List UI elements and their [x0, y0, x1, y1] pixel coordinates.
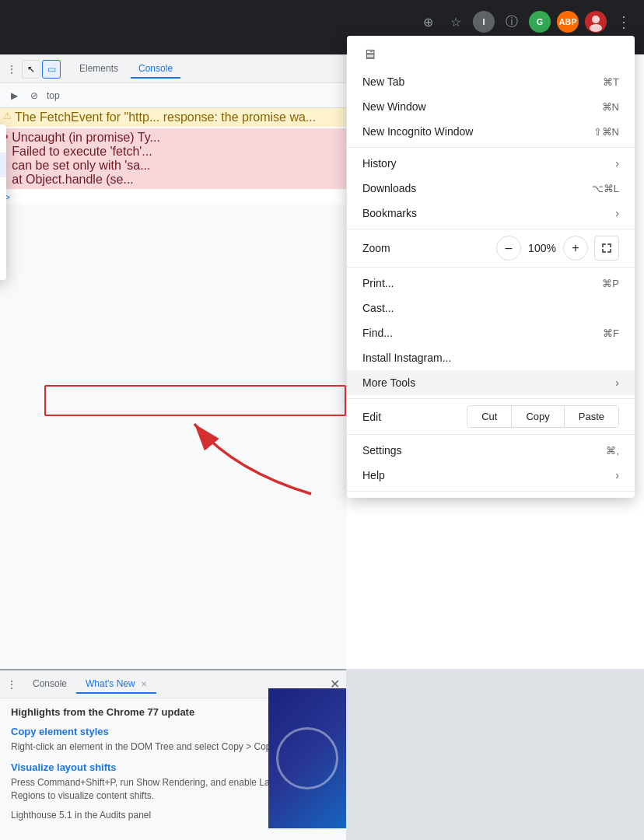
tab-whats-new[interactable]: What's New ✕ — [76, 675, 156, 694]
incognito-shortcut: ⇧⌘N — [593, 126, 619, 138]
zoom-controls: – 100% + — [496, 236, 619, 261]
cast-label: Cast... — [362, 302, 394, 314]
submenu-item-clear-browsing[interactable]: Clear Browsing Data... ⇧⌘⌫ — [0, 177, 6, 202]
chrome-menu-button[interactable]: ⋮ — [613, 11, 635, 33]
menu-item-help[interactable]: Help › — [347, 463, 635, 488]
adblock-icon[interactable]: ABP — [557, 11, 579, 33]
menu-section-zoom: Zoom – 100% + — [347, 229, 635, 268]
tab-console[interactable]: Console — [131, 60, 180, 79]
tab-elements[interactable]: Elements — [72, 60, 126, 79]
submenu-item-extensions[interactable]: Extensions — [0, 202, 6, 227]
menu-item-downloads[interactable]: Downloads ⌥⌘L — [347, 176, 635, 201]
history-label: History — [362, 157, 397, 170]
block-icon[interactable]: ⊘ — [26, 88, 42, 103]
new-window-label: New Window — [362, 100, 426, 113]
help-arrow-icon: › — [615, 469, 619, 481]
history-arrow-icon: › — [615, 157, 619, 170]
edit-buttons: Cut Copy Paste — [467, 405, 619, 428]
devtools-header: ⋮ ↖ ▭ Elements Console — [0, 55, 346, 83]
downloads-label: Downloads — [362, 182, 416, 194]
help-label: Help — [362, 469, 385, 481]
menu-cast-icon: 🖥 — [347, 42, 635, 66]
menu-item-more-tools[interactable]: More Tools › — [347, 370, 635, 395]
print-label: Print... — [362, 277, 394, 289]
browser-toolbar: ⊕ ☆ I ⓘ G ABP ⋮ — [0, 0, 644, 33]
copy-button[interactable]: Copy — [512, 406, 564, 427]
menu-item-history[interactable]: History › — [347, 151, 635, 176]
warning-text: The FetchEvent for "http... response: th… — [15, 110, 316, 124]
console-output: ⚠ The FetchEvent for "http... response: … — [0, 108, 346, 205]
bottom-drag-icon[interactable]: ⋮ — [6, 678, 17, 691]
thumbnail-area — [268, 688, 346, 828]
bottom-panel-content: Highlights from the Chrome 77 update Cop… — [0, 698, 346, 828]
zoom-fullscreen-button[interactable] — [594, 236, 619, 261]
menu-item-new-window[interactable]: New Window ⌘N — [347, 94, 635, 119]
warning-icon: ⚠ — [3, 110, 12, 124]
new-tab-shortcut: ⌘T — [603, 76, 619, 88]
more-tools-label: More Tools — [362, 376, 415, 389]
play-icon[interactable]: ▶ — [6, 88, 22, 103]
zoom-minus-button[interactable]: – — [496, 236, 521, 261]
menu-item-install[interactable]: Install Instagram... — [347, 345, 635, 370]
paste-button[interactable]: Paste — [565, 406, 618, 427]
tab-console-bottom[interactable]: Console — [23, 675, 76, 694]
menu-item-print[interactable]: Print... ⌘P — [347, 271, 635, 296]
devtools-drag-icon[interactable]: ⋮ — [6, 63, 17, 75]
devtools-panel: ⋮ ↖ ▭ Elements Console ▶ ⊘ top ⚠ The Fet… — [0, 54, 346, 840]
info-icon[interactable]: ⓘ — [501, 11, 523, 33]
incognito-label: New Incognito Window — [362, 125, 473, 138]
menu-item-settings[interactable]: Settings ⌘, — [347, 438, 635, 463]
devtools-bottom-panel: ⋮ Console What's New ✕ ✕ Highlights from… — [0, 669, 346, 840]
star-icon[interactable]: ☆ — [445, 11, 467, 33]
cast-symbol: 🖥 — [362, 47, 376, 62]
menu-item-bookmarks[interactable]: Bookmarks › — [347, 201, 635, 226]
settings-label: Settings — [362, 444, 402, 457]
zoom-row: Zoom – 100% + — [347, 233, 635, 264]
submenu-item-save-page[interactable]: Save Page As... ⌘S — [0, 128, 6, 152]
devtools-device-icon[interactable]: ▭ — [42, 60, 61, 79]
grammarly-icon[interactable]: G — [529, 11, 551, 33]
add-tab-icon[interactable]: ⊕ — [417, 11, 439, 33]
bookmarks-label: Bookmarks — [362, 207, 417, 219]
menu-section-edit: Edit Cut Copy Paste — [347, 399, 635, 435]
edit-label: Edit — [362, 411, 425, 423]
tab-close-icon[interactable]: ✕ — [141, 680, 147, 688]
settings-shortcut: ⌘, — [606, 445, 619, 457]
submenu-item-create-shortcut[interactable]: Create Shortcut... — [0, 152, 6, 177]
zoom-plus-button[interactable]: + — [563, 236, 588, 261]
console-error-message: ● Uncaught (in promise) Ty... Failed to … — [0, 128, 346, 189]
error-text: Uncaught (in promise) Ty... Failed to ex… — [12, 131, 160, 187]
svg-rect-9 — [610, 249, 611, 253]
three-dot-icon: ⋮ — [616, 12, 632, 31]
install-label: Install Instagram... — [362, 352, 451, 364]
cut-button[interactable]: Cut — [467, 406, 512, 427]
avatar-icon[interactable] — [585, 11, 607, 33]
bookmarks-arrow-icon: › — [615, 207, 619, 219]
more-tools-submenu: Save Page As... ⌘S Create Shortcut... Cl… — [0, 124, 6, 280]
context-selector[interactable]: top — [47, 90, 60, 101]
find-shortcut: ⌘F — [603, 327, 619, 339]
chrome-menu: 🖥 New Tab ⌘T New Window ⌘N New Incognito… — [347, 36, 635, 498]
more-tools-arrow-icon: › — [615, 376, 619, 389]
menu-item-cast[interactable]: Cast... — [347, 296, 635, 320]
find-label: Find... — [362, 327, 393, 339]
menu-item-find[interactable]: Find... ⌘F — [347, 320, 635, 345]
submenu-item-developer-tools[interactable]: Developer Tools ⌥⌘I — [0, 252, 6, 277]
new-tab-label: New Tab — [362, 75, 404, 88]
menu-item-incognito[interactable]: New Incognito Window ⇧⌘N — [347, 119, 635, 144]
svg-rect-5 — [610, 243, 611, 247]
console-prompt[interactable]: > — [0, 191, 346, 205]
svg-rect-3 — [602, 243, 604, 247]
downloads-shortcut: ⌥⌘L — [592, 183, 619, 194]
menu-item-new-tab[interactable]: New Tab ⌘T — [347, 69, 635, 94]
submenu-item-task-manager[interactable]: Task Manager — [0, 227, 6, 252]
menu-section-settings: Settings ⌘, Help › — [347, 435, 635, 492]
devtools-inspect-icon[interactable]: ↖ — [22, 60, 40, 79]
menu-section-browse: History › Downloads ⌥⌘L Bookmarks › — [347, 148, 635, 229]
zoom-value: 100% — [523, 242, 562, 254]
thumbnail-circle — [276, 727, 338, 789]
zoom-label: Zoom — [362, 242, 496, 254]
extension-icon[interactable]: I — [473, 11, 495, 33]
svg-point-0 — [592, 16, 600, 23]
console-warning-message: ⚠ The FetchEvent for "http... response: … — [0, 108, 346, 127]
